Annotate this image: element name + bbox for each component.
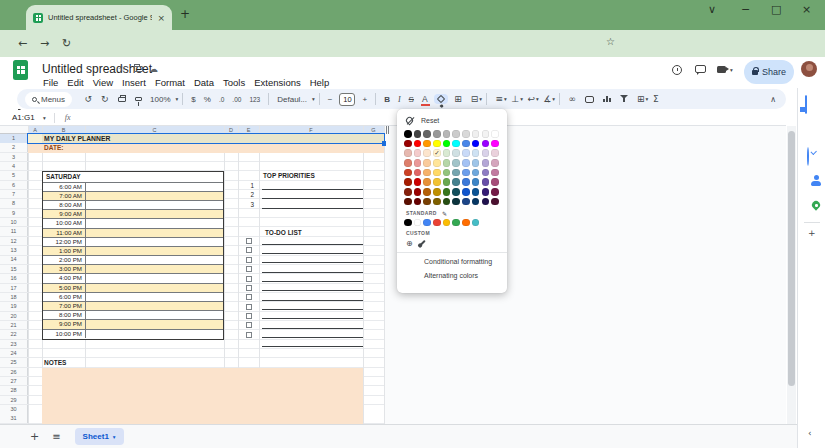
color-swatch[interactable] [472, 130, 480, 138]
row-header[interactable]: 16 [0, 274, 27, 283]
row-headers[interactable]: 1234567891011121314151617181920212223242… [0, 134, 27, 424]
time-cell[interactable]: 7:00 PM [43, 302, 86, 310]
vertical-align-icon[interactable]: ⊥ [511, 94, 519, 104]
todo-row[interactable] [246, 312, 366, 321]
text-color-button[interactable]: A [422, 94, 428, 104]
schedule-row[interactable]: 6:00 AM [43, 182, 223, 191]
row-header[interactable]: 7 [0, 190, 27, 199]
time-cell[interactable]: 4:00 PM [43, 274, 86, 282]
schedule-row[interactable]: 8:00 PM [43, 310, 223, 319]
color-swatch[interactable] [423, 149, 431, 157]
row-header[interactable]: 23 [0, 340, 27, 349]
sheet-tab-active[interactable]: Sheet1 ▾ [75, 428, 124, 445]
window-menu-icon[interactable]: ∨ [708, 3, 716, 16]
todo-line[interactable] [262, 256, 363, 264]
back-icon[interactable]: ← [18, 37, 27, 50]
notes-label[interactable]: NOTES [44, 358, 66, 367]
text-wrap-icon[interactable]: ↩ [527, 94, 535, 104]
color-swatch[interactable] [472, 178, 480, 186]
calendar-icon[interactable] [805, 95, 807, 114]
color-swatch[interactable] [472, 159, 480, 167]
tasks-icon[interactable] [807, 147, 809, 166]
color-swatch[interactable] [414, 169, 422, 177]
row-header[interactable]: 18 [0, 293, 27, 302]
bold-button[interactable]: B [384, 95, 390, 104]
color-swatch[interactable] [443, 140, 451, 148]
time-cell[interactable]: 5:00 PM [43, 284, 86, 292]
date-row-fill[interactable] [28, 143, 384, 152]
todo-line[interactable] [262, 284, 363, 292]
window-minimize-button[interactable]: − [741, 3, 750, 16]
font-dropdown-icon[interactable]: ▾ [312, 96, 315, 102]
sheet-tab-dropdown-icon[interactable]: ▾ [113, 434, 116, 440]
todo-line[interactable] [262, 274, 363, 282]
browser-tab[interactable]: Untitled spreadsheet - Google S × [26, 5, 172, 30]
undo-icon[interactable]: ↺ [85, 94, 93, 104]
row-header[interactable]: 2 [0, 143, 27, 152]
schedule-row[interactable]: 10:00 PM [43, 329, 223, 338]
color-swatch[interactable] [404, 169, 412, 177]
scrollbar-thumb[interactable] [788, 131, 795, 386]
strikethrough-button[interactable]: S [409, 95, 414, 104]
row-header[interactable]: 6 [0, 181, 27, 190]
color-swatch[interactable] [462, 169, 470, 177]
vertical-scrollbar[interactable] [787, 126, 796, 424]
todo-line[interactable] [262, 340, 363, 348]
selection-fill-handle[interactable] [382, 141, 387, 146]
zoom-value[interactable]: 100% [150, 95, 170, 104]
row-header[interactable]: 15 [0, 265, 27, 274]
insert-link-icon[interactable]: ∞ [569, 94, 577, 104]
eyedropper-icon[interactable] [419, 240, 425, 246]
row-header[interactable]: 9 [0, 209, 27, 218]
schedule-row[interactable]: 10:00 AM [43, 218, 223, 227]
share-button[interactable]: Share [744, 60, 794, 84]
redo-icon[interactable]: ↻ [101, 94, 109, 104]
color-swatch[interactable] [491, 169, 499, 177]
color-swatch[interactable] [462, 130, 470, 138]
new-tab-button[interactable]: + [180, 7, 190, 21]
menu-item[interactable]: File [43, 77, 58, 88]
star-document-icon[interactable]: ☆ [118, 64, 126, 74]
color-swatch[interactable] [404, 178, 412, 186]
color-swatch[interactable] [472, 149, 480, 157]
todo-line[interactable] [262, 293, 363, 301]
row-header[interactable]: 20 [0, 312, 27, 321]
date-label-cell[interactable]: DATE: [44, 143, 63, 152]
color-swatch[interactable] [404, 188, 412, 196]
todo-row[interactable] [246, 293, 366, 302]
valign-dropdown-icon[interactable]: ▾ [520, 96, 523, 102]
color-swatch[interactable] [433, 188, 441, 196]
schedule-row[interactable]: 9:00 PM [43, 319, 223, 328]
color-swatch[interactable] [452, 178, 460, 186]
color-swatch[interactable] [491, 178, 499, 186]
hide-toolbar-icon[interactable]: ∧ [770, 95, 776, 104]
row-header[interactable]: 14 [0, 255, 27, 264]
color-swatch[interactable] [423, 159, 431, 167]
schedule-row[interactable]: 6:00 PM [43, 292, 223, 301]
color-swatch[interactable] [443, 159, 451, 167]
time-cell[interactable]: 3:00 PM [43, 265, 86, 273]
borders-icon[interactable]: ⊞ [454, 94, 462, 104]
todo-line[interactable] [262, 330, 363, 338]
namebox-dropdown-icon[interactable]: ▾ [43, 115, 46, 121]
format-currency-button[interactable]: $ [191, 95, 195, 104]
schedule-row[interactable]: 3:00 PM [43, 264, 223, 273]
color-swatch[interactable] [491, 159, 499, 167]
todo-row[interactable] [246, 274, 366, 283]
decrease-font-size-button[interactable]: − [328, 95, 333, 104]
todo-row[interactable] [246, 340, 366, 349]
day-header-cell[interactable]: SATURDAY [43, 172, 223, 181]
rotation-dropdown-icon[interactable]: ▾ [552, 96, 555, 102]
tab-close-icon[interactable]: × [157, 13, 165, 23]
row-header[interactable]: 5 [0, 171, 27, 180]
color-swatch[interactable] [462, 140, 470, 148]
color-swatch[interactable] [452, 130, 460, 138]
color-swatch[interactable] [433, 169, 441, 177]
todo-line[interactable] [262, 302, 363, 310]
todo-list-label[interactable]: TO-DO LIST [265, 228, 302, 237]
time-cell[interactable]: 10:00 PM [43, 330, 86, 338]
search-menus-button[interactable]: Menus [25, 92, 72, 107]
priority-row[interactable]: 2 [244, 190, 366, 199]
color-swatch[interactable] [414, 159, 422, 167]
todo-row[interactable] [246, 246, 366, 255]
